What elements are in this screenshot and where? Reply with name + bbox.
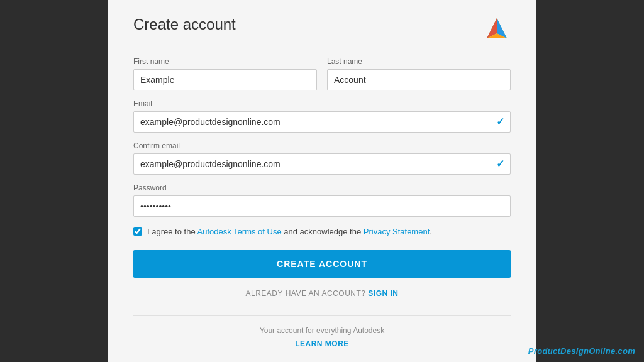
password-label: Password: [133, 184, 511, 192]
last-name-label: Last name: [327, 57, 511, 66]
create-account-button[interactable]: CREATE ACCOUNT: [133, 250, 511, 278]
watermark: ProductDesignOnline.com: [528, 346, 635, 356]
watermark-text1: ProductDesign: [528, 346, 589, 356]
email-input[interactable]: [133, 111, 511, 133]
last-name-input[interactable]: [327, 69, 511, 90]
email-check-icon: ✓: [496, 116, 504, 128]
confirm-email-group: Confirm email ✓: [133, 141, 511, 175]
signin-row: ALREADY HAVE AN ACCOUNT? SIGN IN: [133, 289, 511, 298]
sign-in-link[interactable]: SIGN IN: [368, 289, 398, 298]
footer-section: Your account for everything Autodesk LEA…: [133, 315, 511, 349]
learn-more-link[interactable]: LEARN MORE: [295, 339, 349, 348]
terms-row: I agree to the Autodesk Terms of Use and…: [133, 226, 511, 238]
email-input-wrapper: ✓: [133, 111, 511, 133]
terms-checkbox[interactable]: [133, 227, 142, 236]
page-title: Create account: [133, 16, 236, 33]
confirm-email-input[interactable]: [133, 153, 511, 175]
email-label: Email: [133, 99, 511, 108]
first-name-label: First name: [133, 57, 317, 66]
autodesk-logo-icon: [483, 16, 511, 43]
confirm-email-label: Confirm email: [133, 141, 511, 150]
footer-text: Your account for everything Autodesk: [133, 326, 511, 335]
create-account-card: Create account First name Last name Emai…: [108, 0, 536, 362]
first-name-group: First name: [133, 57, 317, 90]
card-header: Create account: [133, 16, 511, 43]
confirm-email-input-wrapper: ✓: [133, 153, 511, 175]
password-group: Password: [133, 184, 511, 217]
email-group: Email ✓: [133, 99, 511, 133]
first-name-input[interactable]: [133, 69, 317, 90]
privacy-statement-link[interactable]: Privacy Statement: [364, 227, 430, 236]
name-row: First name Last name: [133, 57, 511, 90]
confirm-email-check-icon: ✓: [496, 158, 504, 170]
password-input[interactable]: [133, 195, 511, 217]
terms-text: I agree to the Autodesk Terms of Use and…: [147, 226, 432, 238]
terms-of-use-link[interactable]: Autodesk Terms of Use: [197, 227, 282, 236]
last-name-group: Last name: [327, 57, 511, 90]
already-account-text: ALREADY HAVE AN ACCOUNT?: [246, 289, 366, 298]
watermark-text2: Online.com: [589, 346, 635, 356]
